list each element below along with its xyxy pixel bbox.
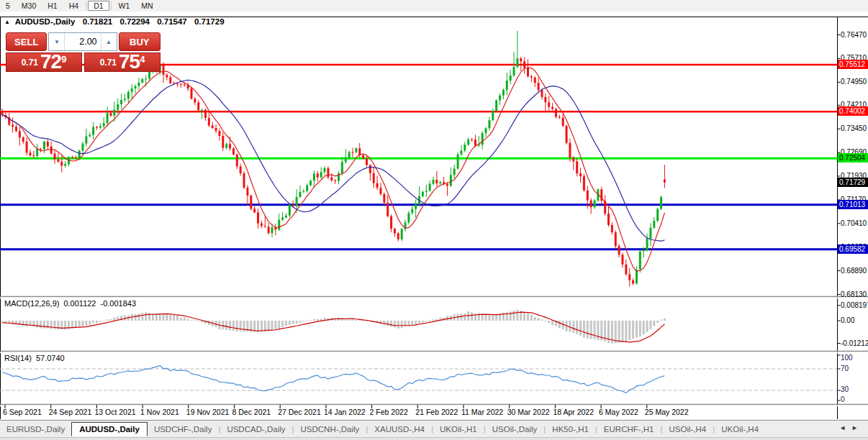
- chart-symbol-label: AUDUSD-,Daily: [15, 17, 76, 26]
- chart-canvas[interactable]: [0, 12, 868, 419]
- macd-name: MACD(12,26,9): [4, 299, 59, 308]
- toolbar-separator: [111, 1, 112, 10]
- date-axis-label: 1 Nov 2021: [140, 408, 179, 416]
- timeframe-button-m30[interactable]: M30: [16, 1, 42, 11]
- one-click-trading-panel: SELL ▼ 2.00 ▲ BUY 0.71 72 9 0.71 75 4: [6, 32, 161, 72]
- chart-tab-usoildaily[interactable]: USOil-,Daily: [486, 422, 544, 436]
- chart-tab-hk50h1[interactable]: HK50-,H1: [546, 422, 595, 436]
- sell-price-button[interactable]: 0.71 72 9: [6, 52, 82, 72]
- chart-tab-usoilh4[interactable]: USOil-,H4: [663, 422, 713, 436]
- rsi-axis-tick: 70: [841, 365, 849, 372]
- date-axis-label: 6 May 2022: [599, 408, 638, 416]
- chart-tab-xauusdh4[interactable]: XAUUSD-,H4: [368, 422, 431, 436]
- date-axis-label: 18 Apr 2022: [553, 408, 594, 416]
- timeframe-toolbar: 5M30H1H4D1W1MN: [0, 0, 868, 12]
- volume-decrease-icon[interactable]: ▼: [49, 33, 65, 50]
- macd-value: 0.001122: [63, 299, 96, 308]
- date-axis-label: 6 Sep 2021: [3, 408, 42, 416]
- rsi-value: 57.0740: [36, 354, 65, 362]
- chart-tab-ukoilh1[interactable]: UKOil-,H1: [433, 422, 484, 436]
- date-axis-label: 19 Nov 2021: [186, 408, 230, 416]
- price-axis-tick: 0.68130: [841, 290, 867, 298]
- timeframe-button-w1[interactable]: W1: [113, 1, 136, 11]
- tab-scroll-left-icon[interactable]: ◄: [839, 424, 851, 431]
- rsi-axis-tick: 30: [841, 385, 849, 393]
- buy-price-button[interactable]: 0.71 75 4: [84, 52, 161, 72]
- macd-signal-value: -0.001843: [101, 299, 137, 308]
- toolbar-separator: [86, 1, 86, 10]
- price-tag-breakout: 0.72504: [838, 153, 868, 162]
- rsi-indicator-label: RSI(14)57.0740: [4, 354, 69, 362]
- window-bottom-edge: [0, 437, 868, 440]
- sell-price-big-digits: 72: [40, 52, 61, 70]
- date-axis-label: 25 May 2022: [645, 408, 689, 416]
- ohlc-high: 0.72294: [119, 17, 150, 26]
- sell-button[interactable]: SELL: [6, 32, 47, 51]
- volume-stepper[interactable]: ▼ 2.00 ▲: [48, 32, 117, 51]
- tab-scroll-right-icon[interactable]: ►: [851, 424, 864, 431]
- date-axis-label: 14 Jan 2022: [324, 408, 366, 416]
- macd-axis-tick: -0.01212: [841, 339, 868, 347]
- chart-tab-usdcnhdaily[interactable]: USDCNH-,Daily: [294, 422, 366, 436]
- rsi-axis-tick: 0: [841, 395, 845, 403]
- volume-value[interactable]: 2.00: [65, 33, 100, 50]
- date-axis-label: 30 Mar 2022: [507, 408, 550, 416]
- buy-price-pip-digit: 4: [140, 54, 145, 65]
- chart-title: ▲ AUDUSD-,Daily 0.71821 0.72294 0.71547 …: [4, 17, 230, 26]
- price-tag-resistance: 0.75512: [838, 60, 868, 69]
- price-tag-resistance: 0.74002: [838, 106, 868, 116]
- chart-tab-ukoilh4[interactable]: UKOil-,H4: [715, 422, 765, 436]
- chart-tab-eurchfh1[interactable]: EURCHF-,H1: [597, 422, 661, 436]
- volume-increase-icon[interactable]: ▲: [101, 33, 117, 50]
- macd-axis-tick: 0.00: [841, 316, 854, 324]
- price-axis-tick: 0.76470: [841, 31, 867, 39]
- ohlc-open: 0.71821: [83, 17, 113, 26]
- chart-tab-bar: EURUSD-,DailyAUDUSD-,DailyUSDCHF-,Daily|…: [0, 420, 868, 438]
- date-axis-label: 13 Oct 2021: [94, 408, 135, 416]
- timeframe-button-d1[interactable]: D1: [88, 1, 109, 11]
- price-axis-tick: 0.70410: [841, 219, 867, 227]
- date-axis-label: 8 Dec 2021: [232, 408, 271, 416]
- timeframe-button-h4[interactable]: H4: [63, 1, 84, 11]
- ohlc-close: 0.71729: [194, 17, 225, 26]
- date-axis-label: 21 Feb 2022: [415, 408, 458, 416]
- price-tag-support: 0.71013: [838, 200, 868, 209]
- macd-indicator-label: MACD(12,26,9)0.001122-0.001843: [4, 299, 140, 308]
- price-tag-support: 0.69582: [838, 244, 868, 254]
- date-axis-label: 27 Dec 2021: [278, 408, 321, 416]
- date-axis-label: 11 Mar 2022: [461, 408, 503, 416]
- price-tag-current-price: 0.71729: [838, 178, 868, 187]
- timeframe-button-h1[interactable]: H1: [42, 1, 63, 11]
- macd-axis-tick: 0.008197: [841, 301, 868, 309]
- date-axis-label: 24 Sep 2021: [49, 408, 92, 416]
- chart-tab-audusddaily[interactable]: AUDUSD-,Daily: [71, 422, 148, 436]
- ohlc-low: 0.71547: [157, 17, 187, 26]
- price-axis-tick: 0.68890: [841, 267, 867, 275]
- timeframe-button-5[interactable]: 5: [0, 1, 16, 11]
- chart-tab-usdcaddaily[interactable]: USDCAD-,Daily: [220, 422, 291, 436]
- price-axis-tick: 0.74950: [841, 78, 867, 86]
- sell-price-pip-digit: 9: [61, 54, 66, 65]
- trading-terminal-window: 5M30H1H4D1W1MN ▲ AUDUSD-,Daily 0.71821 0…: [0, 0, 868, 440]
- timeframe-button-mn[interactable]: MN: [135, 1, 158, 11]
- rsi-axis-tick: 100: [841, 354, 853, 362]
- rsi-name: RSI(14): [4, 354, 32, 362]
- chart-tab-eurusddaily[interactable]: EURUSD-,Daily: [0, 422, 71, 436]
- collapse-panel-icon[interactable]: ▲: [4, 19, 10, 25]
- tab-scroll-arrows: ◄►: [839, 424, 864, 431]
- sell-price-prefix: 0.71: [22, 58, 38, 68]
- buy-price-big-digits: 75: [119, 52, 140, 70]
- buy-button[interactable]: BUY: [119, 32, 161, 51]
- buy-price-prefix: 0.71: [100, 58, 117, 68]
- chart-tab-usdchfdaily[interactable]: USDCHF-,Daily: [148, 422, 219, 436]
- price-axis-tick: 0.73450: [841, 124, 867, 132]
- date-axis-label: 2 Feb 2022: [370, 408, 408, 416]
